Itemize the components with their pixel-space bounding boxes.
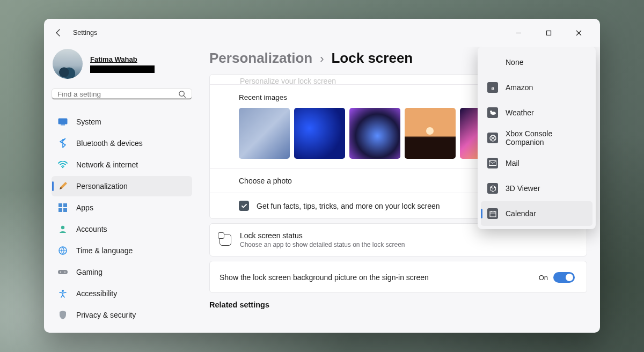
sidebar-item-label: Personalization xyxy=(76,182,128,190)
breadcrumb-current: Lock screen xyxy=(331,50,413,67)
profile-name: Fatima Wahab xyxy=(90,55,155,63)
menu-item-label: Amazon xyxy=(506,83,533,92)
recent-image-thumb[interactable] xyxy=(349,108,400,159)
sidebar-item-label: Time & language xyxy=(76,246,133,255)
svg-rect-2 xyxy=(58,119,68,124)
svg-point-1 xyxy=(179,91,184,96)
fun-facts-label: Get fun facts, tips, tricks, and more on… xyxy=(257,202,440,210)
mail-icon xyxy=(487,158,498,168)
paintbrush-icon xyxy=(58,181,68,191)
sidebar-item-personalization[interactable]: Personalization xyxy=(52,176,192,196)
weather-icon xyxy=(487,107,498,118)
svg-rect-3 xyxy=(61,124,65,126)
sidebar-item-label: System xyxy=(76,118,101,126)
svg-rect-11 xyxy=(58,270,68,274)
menu-item-label: Weather xyxy=(506,108,534,117)
sidebar-item-apps[interactable]: Apps xyxy=(52,197,192,218)
svg-rect-20 xyxy=(490,211,496,217)
menu-item-label: None xyxy=(506,58,523,67)
chevron-right-icon: › xyxy=(320,52,324,66)
recent-image-thumb[interactable] xyxy=(239,108,290,159)
system-icon xyxy=(58,117,68,127)
sidebar-item-label: Network & internet xyxy=(76,160,138,169)
window-title: Settings xyxy=(73,29,97,36)
menu-item-calendar[interactable]: Calendar xyxy=(481,201,592,226)
menu-item-amazon[interactable]: a Amazon xyxy=(481,75,592,100)
gamepad-icon xyxy=(58,267,68,277)
amazon-icon: a xyxy=(487,82,498,93)
sidebar-item-label: Gaming xyxy=(76,268,103,276)
svg-point-13 xyxy=(64,272,65,273)
breadcrumb-parent[interactable]: Personalization xyxy=(209,50,312,67)
sidebar-item-bluetooth[interactable]: Bluetooth & devices xyxy=(52,133,192,153)
blank-icon xyxy=(487,57,498,68)
person-icon xyxy=(58,224,68,234)
maximize-button[interactable] xyxy=(537,25,560,41)
bluetooth-icon xyxy=(58,138,68,148)
menu-item-3dviewer[interactable]: 3D Viewer xyxy=(481,176,592,201)
shield-icon xyxy=(58,310,68,320)
fun-facts-checkbox[interactable] xyxy=(239,201,249,211)
minimize-button[interactable] xyxy=(507,25,530,41)
choose-photo-label: Choose a photo xyxy=(239,177,292,185)
sidebar-search[interactable] xyxy=(52,89,192,100)
sidebar-item-gaming[interactable]: Gaming xyxy=(52,262,192,282)
menu-item-xbox[interactable]: Xbox Console Companion xyxy=(481,126,592,150)
sidebar-item-privacy[interactable]: Privacy & security xyxy=(52,305,192,325)
globe-icon xyxy=(58,246,68,255)
status-app-menu[interactable]: None a Amazon Weather Xbox Console Compa… xyxy=(478,47,596,229)
settings-window: Settings Fatima Wahab xyxy=(44,19,600,333)
status-sub: Choose an app to show detailed status on… xyxy=(240,241,405,248)
sidebar-item-label: Bluetooth & devices xyxy=(76,139,143,148)
wifi-icon xyxy=(58,160,68,170)
apps-icon xyxy=(58,203,68,212)
svg-point-4 xyxy=(62,167,64,168)
svg-point-17 xyxy=(491,112,496,115)
menu-item-weather[interactable]: Weather xyxy=(481,100,592,125)
sidebar-item-label: Privacy & security xyxy=(76,311,136,319)
menu-item-label: Mail xyxy=(506,159,519,167)
sidebar-item-accessibility[interactable]: Accessibility xyxy=(52,283,192,304)
avatar xyxy=(53,49,83,79)
sidebar: Fatima Wahab System Bluetooth & devices xyxy=(44,47,200,333)
toggle-label: Show the lock screen background picture … xyxy=(219,273,429,282)
sidebar-item-label: Accounts xyxy=(76,225,107,233)
sidebar-nav: System Bluetooth & devices Network & int… xyxy=(52,112,192,325)
status-icon xyxy=(219,234,231,246)
signin-background-toggle[interactable] xyxy=(553,272,575,283)
status-heading: Lock screen status xyxy=(240,231,405,240)
signin-background-panel: Show the lock screen background picture … xyxy=(209,261,587,293)
svg-point-12 xyxy=(60,272,61,273)
sidebar-item-label: Apps xyxy=(76,203,93,212)
svg-rect-8 xyxy=(63,208,67,212)
sidebar-item-network[interactable]: Network & internet xyxy=(52,155,192,175)
menu-item-label: Calendar xyxy=(506,209,536,218)
menu-item-none[interactable]: None xyxy=(481,50,592,75)
title-bar: Settings xyxy=(44,19,600,47)
svg-rect-6 xyxy=(63,203,67,207)
recent-image-thumb[interactable] xyxy=(405,108,456,159)
calendar-icon xyxy=(487,208,498,219)
svg-rect-5 xyxy=(58,203,62,207)
sidebar-item-accounts[interactable]: Accounts xyxy=(52,219,192,239)
profile-block[interactable]: Fatima Wahab xyxy=(53,49,192,79)
sidebar-item-time-language[interactable]: Time & language xyxy=(52,240,192,261)
svg-rect-7 xyxy=(58,208,62,212)
menu-item-label: 3D Viewer xyxy=(506,184,540,193)
search-icon xyxy=(178,90,186,98)
sidebar-item-label: Accessibility xyxy=(76,289,117,298)
search-input[interactable] xyxy=(57,90,178,98)
back-button[interactable] xyxy=(54,28,63,38)
close-button[interactable] xyxy=(567,25,590,41)
sidebar-item-system[interactable]: System xyxy=(52,112,192,132)
profile-email-redacted xyxy=(90,65,155,73)
menu-item-mail[interactable]: Mail xyxy=(481,151,592,175)
toggle-state-text: On xyxy=(539,274,548,282)
svg-rect-0 xyxy=(546,31,551,35)
cube-icon xyxy=(487,183,498,194)
svg-text:a: a xyxy=(491,85,494,91)
menu-item-label: Xbox Console Companion xyxy=(506,129,586,146)
accessibility-icon xyxy=(58,289,68,298)
xbox-icon xyxy=(487,133,498,143)
recent-image-thumb[interactable] xyxy=(294,108,345,159)
